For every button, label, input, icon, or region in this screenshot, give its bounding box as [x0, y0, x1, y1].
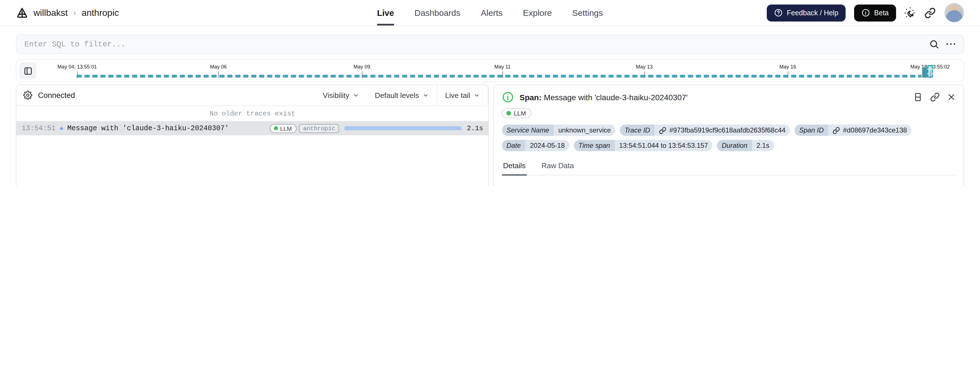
tab-explore[interactable]: Explore	[523, 0, 552, 25]
timeline-tick-label: May 11	[494, 64, 511, 70]
feedback-help-button[interactable]: Feedback / Help	[767, 4, 846, 21]
beta-button[interactable]: Beta	[854, 4, 896, 21]
service-name-pill: Service Name unknown_service	[502, 125, 615, 136]
span-diamond-icon: ◆	[60, 125, 63, 132]
breadcrumb-org[interactable]: willbakst	[33, 8, 68, 18]
breadcrumb: willbakst › anthropic	[16, 6, 119, 19]
sql-filter-bar: ···	[16, 35, 964, 54]
span-header-actions	[913, 92, 956, 102]
span-info-icon	[502, 91, 514, 103]
info-circle-icon	[862, 8, 870, 17]
copy-link-icon[interactable]	[930, 92, 940, 102]
tab-alerts[interactable]: Alerts	[481, 0, 503, 25]
side-panel-icon[interactable]	[913, 92, 923, 102]
timeline-tick-mark	[930, 71, 931, 78]
time-span-pill: Time span 13:54:51.044 to 13:54:53.157	[574, 140, 713, 151]
connection-status-label: Connected	[38, 91, 75, 100]
nav-actions: Feedback / Help Beta	[767, 3, 964, 23]
date-pill: Date 2024-05-18	[502, 140, 570, 151]
time-histogram: May 04, 13:55:01 May 06 May 09 May 11 Ma…	[16, 59, 964, 82]
chevron-down-icon	[353, 92, 359, 98]
link-icon	[833, 127, 840, 134]
search-icon[interactable]	[929, 39, 939, 49]
no-older-traces-notice: No older traces exist	[16, 106, 488, 121]
trace-row[interactable]: 13:54:51 ◆ Message with 'claude-3-haiku-…	[16, 121, 488, 135]
top-nav: willbakst › anthropic Live Dashboards Al…	[0, 0, 980, 26]
trace-id-pill[interactable]: Trace ID #973fba5919cf9c618aafdb2635f68c…	[620, 125, 790, 136]
question-circle-icon	[775, 8, 783, 17]
more-options-icon[interactable]: ···	[946, 40, 957, 49]
duration-bar	[344, 126, 461, 130]
span-meta-row-2: Date 2024-05-18 Time span 13:54:51.044 t…	[502, 140, 956, 151]
timeline-activity-track[interactable]	[76, 75, 921, 78]
filter-actions: ···	[929, 39, 957, 49]
span-header: Span:Message with 'claude-3-haiku-202403…	[494, 85, 964, 107]
default-levels-dropdown[interactable]: Default levels	[367, 85, 437, 105]
timeline-tick-label: May 09	[353, 64, 370, 70]
provider-badge: anthropic	[299, 124, 339, 133]
tab-raw-data[interactable]: Raw Data	[541, 159, 575, 176]
timeline-tick-label: May 16	[779, 64, 796, 70]
user-avatar[interactable]	[944, 3, 964, 23]
breadcrumb-project[interactable]: anthropic	[82, 8, 119, 18]
visibility-dropdown[interactable]: Visibility	[315, 85, 367, 105]
section-title: LLM Chat Completions	[502, 185, 607, 186]
timeline-histogram-bar[interactable]	[922, 67, 928, 78]
tab-dashboards[interactable]: Dashboards	[415, 0, 460, 25]
chevron-down-icon	[423, 92, 429, 98]
traces-panel: Connected Visibility Default levels	[16, 84, 489, 186]
theme-toggle-icon[interactable]	[905, 7, 916, 18]
llm-section-header: LLM Chat Completions claude-3-haiku-2024…	[502, 185, 956, 186]
trace-badges: LLM anthropic	[270, 124, 339, 133]
span-meta-row-1: Service Name unknown_service Trace ID	[502, 125, 956, 136]
tab-settings[interactable]: Settings	[572, 0, 603, 25]
tab-details[interactable]: Details	[502, 159, 527, 176]
gear-icon[interactable]	[23, 90, 32, 100]
breadcrumb-separator: ›	[73, 8, 76, 17]
sidebar-toggle-icon[interactable]	[19, 62, 36, 79]
sql-filter-input[interactable]	[23, 40, 929, 49]
green-dot-icon	[506, 111, 511, 116]
traces-header: Connected Visibility Default levels	[16, 85, 488, 106]
main-split: Connected Visibility Default levels	[16, 84, 964, 186]
timeline-tick-label: May 04, 13:55:01	[57, 64, 97, 70]
timeline-tick-label: May 13	[636, 64, 652, 70]
close-icon[interactable]	[947, 93, 956, 101]
app-screen: willbakst › anthropic Live Dashboards Al…	[0, 0, 980, 186]
share-link-icon[interactable]	[924, 7, 936, 18]
span-tabs: Details Raw Data	[502, 159, 956, 176]
connection-status: Connected	[23, 90, 75, 100]
trace-title: Message with 'claude-3-haiku-20240307'	[67, 124, 229, 132]
span-id-pill[interactable]: Span ID #d08697de343ce138	[795, 125, 912, 136]
span-body: LLM Service Name unknown_service Trace I…	[494, 107, 964, 186]
trace-duration: 2.1s	[467, 124, 483, 132]
timeline-tick-label: May 06	[210, 64, 227, 70]
span-type-badge: LLM	[502, 108, 532, 118]
duration-pill: Duration 2.1s	[717, 140, 774, 151]
lilypad-logo-icon	[16, 6, 29, 19]
link-icon	[659, 127, 667, 134]
live-tail-dropdown[interactable]: Live tail	[437, 85, 488, 105]
tab-live[interactable]: Live	[377, 0, 394, 25]
span-detail-panel: Span:Message with 'claude-3-haiku-202403…	[493, 84, 964, 186]
traces-controls: Visibility Default levels Live tail	[315, 85, 488, 105]
trace-timestamp: 13:54:51	[22, 124, 56, 132]
span-title: Span:Message with 'claude-3-haiku-202403…	[520, 93, 688, 101]
chevron-down-icon	[474, 92, 480, 98]
green-dot-icon	[274, 126, 278, 130]
primary-tabs: Live Dashboards Alerts Explore Settings	[377, 0, 603, 25]
llm-type-badge: LLM	[270, 124, 297, 133]
